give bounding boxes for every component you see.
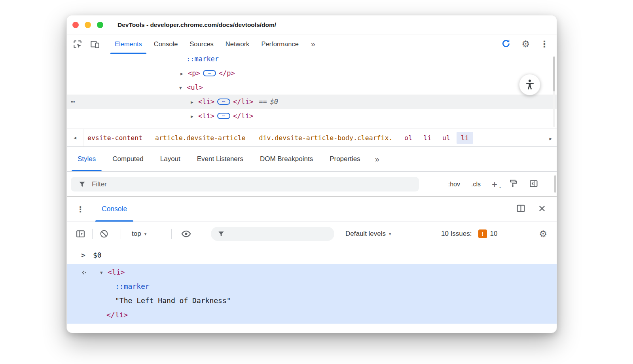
pseudo-element-label: ::marker <box>186 55 219 63</box>
tab-console[interactable]: Console <box>148 34 184 54</box>
result-line-pseudo[interactable]: ::marker <box>67 279 557 294</box>
close-window-button[interactable] <box>72 22 79 28</box>
result-line-open-tag[interactable]: ▼<li> <box>67 265 557 279</box>
breadcrumb-item[interactable]: article.devsite-article <box>155 134 245 142</box>
disclosure-expanded-icon[interactable]: ▼ <box>100 266 106 280</box>
minimize-window-button[interactable] <box>85 22 91 28</box>
split-panel-icon[interactable] <box>516 203 526 215</box>
tab-performance[interactable]: Performance <box>255 34 304 54</box>
inline-expand-button[interactable]: ⋯ <box>203 70 216 76</box>
traffic-lights <box>72 22 103 28</box>
console-sidebar-icon[interactable] <box>76 229 85 239</box>
styles-sidebar-tabs: Styles Computed Layout Event Listeners D… <box>67 147 557 172</box>
drawer-header-icons <box>516 197 557 222</box>
disclosure-collapsed-icon[interactable]: ▶ <box>191 110 196 124</box>
tab-layout[interactable]: Layout <box>152 147 189 171</box>
tab-properties[interactable]: Properties <box>321 147 368 171</box>
more-panels-icon[interactable]: » <box>311 34 315 54</box>
breadcrumb: ◀ evsite-content article.devsite-article… <box>67 129 557 147</box>
dollar-zero-label: $0 <box>270 98 278 106</box>
issues-counter[interactable]: 10 Issues: ! 10 <box>441 229 497 238</box>
breadcrumb-scroll-left-icon[interactable]: ◀ <box>67 129 83 146</box>
vertical-scrollbar[interactable] <box>553 56 555 127</box>
tab-computed[interactable]: Computed <box>104 147 152 171</box>
tab-elements[interactable]: Elements <box>109 34 148 54</box>
filter-funnel-icon <box>217 230 225 238</box>
console-toolbar: top▾ Default levels▾ 10 Issues: ! 10 ⚙ <box>67 222 557 246</box>
breadcrumb-item[interactable]: ol <box>404 134 412 142</box>
console-filter-input[interactable] <box>211 227 334 241</box>
clear-console-icon[interactable] <box>99 229 109 239</box>
disclosure-collapsed-icon[interactable]: ▶ <box>191 95 196 110</box>
device-toolbar-icon[interactable] <box>88 34 102 54</box>
issues-warning-icon: ! <box>478 229 487 238</box>
styles-filter-bar: Filter :hov .cls +▾ <box>67 172 557 197</box>
element-classes-button[interactable]: .cls <box>471 181 481 188</box>
close-drawer-icon[interactable] <box>538 204 546 214</box>
breadcrumb-item[interactable]: evsite-content <box>87 134 142 142</box>
toolbar-divider <box>121 229 121 239</box>
extension-sync-icon[interactable] <box>501 38 511 50</box>
live-expression-eye-icon[interactable] <box>181 229 191 239</box>
tree-row-pseudo-marker[interactable]: ::marker <box>67 54 557 66</box>
panel-tabs: Elements Console Sources Network Perform… <box>109 34 305 54</box>
overflow-indicator-icon[interactable]: ⋯ <box>71 95 75 109</box>
tree-row-ul[interactable]: ▼<ul> <box>67 80 557 95</box>
tree-row-li[interactable]: ▶<li>⋯</li> <box>67 109 557 123</box>
breadcrumb-scroll-right-icon[interactable]: ▶ <box>549 136 552 141</box>
tree-row-li-selected[interactable]: ⋯ ▶<li>⋯</li>==$0 <box>67 95 557 109</box>
console-drawer-header: ⋮ Console <box>67 197 557 222</box>
scrollbar-thumb[interactable] <box>553 57 555 91</box>
tab-network[interactable]: Network <box>220 34 256 54</box>
settings-gear-icon[interactable]: ⚙ <box>521 40 530 49</box>
log-levels-dropdown[interactable]: Default levels▾ <box>345 230 391 238</box>
toggle-sidebar-dock-icon[interactable] <box>529 179 538 190</box>
caret-down-icon: ▾ <box>389 231 391 237</box>
filter-placeholder: Filter <box>92 180 107 188</box>
tab-sources[interactable]: Sources <box>184 34 220 54</box>
returned-value-icon <box>80 269 87 278</box>
main-menu-kebab-icon[interactable]: ⋮ <box>540 40 549 49</box>
toolbar-divider <box>435 229 435 239</box>
accessibility-shortcut-button[interactable] <box>519 74 540 95</box>
toolbar-divider <box>171 229 172 239</box>
breadcrumb-item-selected[interactable]: li <box>457 132 473 144</box>
console-result-highlighted[interactable]: ▼<li> ::marker "The Left Hand of Darknes… <box>67 264 557 324</box>
result-line-text[interactable]: "The Left Hand of Darkness" <box>67 294 557 308</box>
inspect-element-icon[interactable] <box>71 34 84 54</box>
equals-sign: == <box>259 98 267 106</box>
breadcrumb-item[interactable]: div.devsite-article-body.clearfix. <box>259 134 393 142</box>
accessibility-person-icon <box>523 78 536 91</box>
tree-row-p[interactable]: ▶<p>⋯</p> <box>67 66 557 80</box>
context-selector-dropdown[interactable]: top▾ <box>132 230 146 238</box>
paint-roller-icon[interactable] <box>508 179 518 190</box>
console-settings-gear-icon[interactable]: ⚙ <box>539 229 547 239</box>
window-title: DevTools - developer.chrome.com/docs/dev… <box>118 15 276 34</box>
more-sidebar-tabs-icon[interactable]: » <box>375 147 379 171</box>
disclosure-collapsed-icon[interactable]: ▶ <box>180 67 186 81</box>
zoom-window-button[interactable] <box>97 22 103 28</box>
tab-event-listeners[interactable]: Event Listeners <box>189 147 252 171</box>
prompt-chevron-icon: > <box>81 246 85 264</box>
disclosure-expanded-icon[interactable]: ▼ <box>179 81 185 95</box>
caret-down-icon: ▾ <box>144 231 147 237</box>
console-messages: > $0 ▼<li> ::marker "The Left Hand of Da… <box>67 246 557 333</box>
inline-expand-button[interactable]: ⋯ <box>217 99 230 105</box>
elements-dom-tree: ::marker ▶<p>⋯</p> ▼<ul> ⋯ ▶<li>⋯</li>==… <box>67 54 557 129</box>
new-style-rule-button[interactable]: +▾ <box>492 180 497 189</box>
scrollbar-thumb[interactable] <box>554 175 556 193</box>
breadcrumb-item[interactable]: li <box>423 134 431 142</box>
tab-dom-breakpoints[interactable]: DOM Breakpoints <box>252 147 321 171</box>
console-prompt-row[interactable]: > $0 <box>67 246 557 264</box>
breadcrumb-item[interactable]: ul <box>442 134 450 142</box>
result-line-close-tag[interactable]: </li> <box>67 308 557 322</box>
drawer-menu-kebab-icon[interactable]: ⋮ <box>76 197 84 222</box>
styles-filter-input[interactable]: Filter <box>71 177 419 191</box>
devtools-window: DevTools - developer.chrome.com/docs/dev… <box>66 15 557 333</box>
prompt-input-value[interactable]: $0 <box>93 246 102 264</box>
toggle-element-state-button[interactable]: :hov <box>448 181 460 188</box>
inline-expand-button[interactable]: ⋯ <box>217 113 230 119</box>
drawer-tab-console[interactable]: Console <box>95 197 133 222</box>
tab-styles[interactable]: Styles <box>69 147 104 171</box>
caret-down-icon: ▾ <box>499 186 501 189</box>
